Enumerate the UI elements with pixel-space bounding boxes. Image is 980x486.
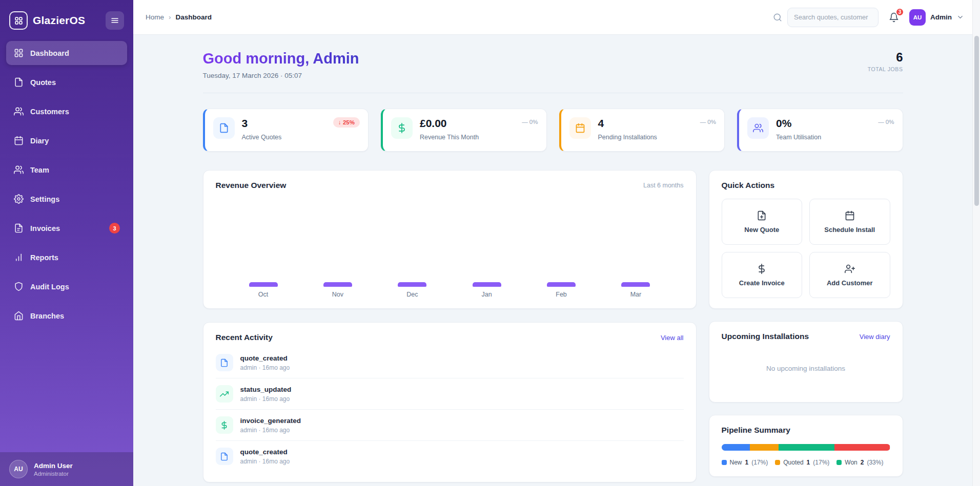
trend-badge: — 0% <box>700 119 716 125</box>
legend-label: New <box>730 459 742 466</box>
chart-tick-label: Mar <box>630 291 642 298</box>
stat-value: 0% <box>776 117 821 129</box>
chart-bar <box>323 282 352 287</box>
breadcrumb-home[interactable]: Home <box>146 13 164 21</box>
pipeline-legend: New 1 (17%) Quoted 1 (17%) <box>722 459 890 466</box>
sidebar-item-settings[interactable]: Settings <box>6 187 127 211</box>
chart-bar <box>473 282 501 287</box>
stats-row: 3 Active Quotes ↓ 25% £0.00 Revenue This… <box>203 109 903 152</box>
total-jobs-value: 6 <box>868 50 903 65</box>
chart-tick-label: Feb <box>556 291 567 298</box>
revenue-bar-chart: Oct Nov Dec <box>216 193 684 298</box>
legend-dot <box>775 460 780 465</box>
chart-bar-group: Mar <box>618 282 654 298</box>
scrollbar[interactable] <box>972 0 980 486</box>
view-all-link[interactable]: View all <box>661 334 684 342</box>
sidebar-item-label: Invoices <box>30 224 60 233</box>
legend-label: Won <box>845 459 857 466</box>
breadcrumb-chevron-icon: › <box>169 13 171 21</box>
total-jobs: 6 TOTAL JOBS <box>868 50 903 72</box>
customers-icon <box>13 107 24 117</box>
chart-bar-group: Nov <box>320 282 356 298</box>
scrollbar-thumb[interactable] <box>974 36 979 206</box>
chart-tick-label: Oct <box>258 291 268 298</box>
sidebar-toggle-button[interactable] <box>106 11 124 30</box>
page-title: Good morning, Admin <box>203 50 359 67</box>
stat-value: 3 <box>242 117 282 129</box>
chart-bar-group: Oct <box>246 282 281 298</box>
view-diary-link[interactable]: View diary <box>860 333 890 341</box>
upcoming-installations-card: Upcoming Installations View diary No upc… <box>709 321 903 403</box>
reports-icon <box>13 252 24 263</box>
sidebar-user[interactable]: AU Admin User Administrator <box>0 452 133 486</box>
empty-state-message: No upcoming installations <box>722 341 890 392</box>
app-title: GlazierOS <box>33 14 85 27</box>
sidebar-item-audit-logs[interactable]: Audit Logs <box>6 274 127 299</box>
card-title: Upcoming Installations <box>722 332 809 341</box>
sidebar: GlazierOS Dashboard Quotes Customers Dia… <box>0 0 133 486</box>
schedule-install-button[interactable]: Schedule Install <box>809 199 890 245</box>
quick-actions-card: Quick Actions New Quote Schedule Install <box>709 170 903 309</box>
topbar-actions: 3 AU Admin <box>773 8 964 27</box>
sidebar-item-team[interactable]: Team <box>6 158 127 182</box>
notifications-button[interactable]: 3 <box>887 10 901 25</box>
trend-badge: — 0% <box>878 119 894 125</box>
activity-list: quote_created admin · 16mo ago status_up… <box>216 347 684 472</box>
chart-tick-label: Dec <box>406 291 418 298</box>
sidebar-item-customers[interactable]: Customers <box>6 99 127 123</box>
pipeline-segment-quoted <box>750 444 779 451</box>
trend-badge: — 0% <box>522 119 538 125</box>
sidebar-item-reports[interactable]: Reports <box>6 245 127 269</box>
sidebar-item-label: Dashboard <box>30 49 69 57</box>
list-item[interactable]: invoice_generated admin · 16mo ago <box>216 409 684 440</box>
user-menu[interactable]: AU Admin <box>909 9 964 26</box>
legend-dot <box>836 460 842 465</box>
sidebar-item-branches[interactable]: Branches <box>6 304 127 328</box>
legend-count: 2 <box>861 459 864 466</box>
schedule-install-icon <box>845 210 855 221</box>
chart-bar-group: Jan <box>469 282 505 298</box>
list-item[interactable]: status_updated admin · 16mo ago <box>216 378 684 409</box>
quote-document-icon <box>213 117 235 139</box>
sidebar-item-label: Branches <box>30 312 64 320</box>
activity-title: quote_created <box>240 354 290 362</box>
legend-pct: (33%) <box>867 459 883 466</box>
legend-item-won: Won 2 (33%) <box>836 459 883 466</box>
chart-bar-group: Dec <box>394 282 430 298</box>
activity-title: status_updated <box>240 386 292 393</box>
search-input[interactable] <box>787 8 879 27</box>
create-invoice-button[interactable]: Create Invoice <box>722 252 803 298</box>
diary-icon <box>13 136 24 146</box>
card-title: Recent Activity <box>216 333 273 342</box>
card-title: Pipeline Summary <box>722 426 790 434</box>
activity-title: quote_created <box>240 448 290 456</box>
sidebar-item-quotes[interactable]: Quotes <box>6 70 127 94</box>
list-item[interactable]: quote_created admin · 16mo ago <box>216 440 684 472</box>
sidebar-item-diary[interactable]: Diary <box>6 129 127 153</box>
chart-tick-label: Jan <box>482 291 492 298</box>
sidebar-item-invoices[interactable]: Invoices 3 <box>6 216 127 240</box>
stat-label: Pending Installations <box>598 134 657 141</box>
create-invoice-icon <box>757 264 767 274</box>
add-customer-button[interactable]: Add Customer <box>809 252 890 298</box>
chart-bar-group: Feb <box>543 282 579 298</box>
stat-value: £0.00 <box>420 117 479 129</box>
breadcrumb-current: Dashboard <box>176 13 212 21</box>
card-title: Quick Actions <box>722 181 775 189</box>
hamburger-icon <box>110 16 119 25</box>
list-item[interactable]: quote_created admin · 16mo ago <box>216 347 684 378</box>
chart-bar <box>621 282 650 287</box>
legend-count: 1 <box>807 459 810 466</box>
sidebar-item-dashboard[interactable]: Dashboard <box>6 41 127 65</box>
search-box <box>773 8 879 27</box>
chart-tick-label: Nov <box>332 291 343 298</box>
document-icon <box>216 354 233 371</box>
legend-item-quoted: Quoted 1 (17%) <box>775 459 829 466</box>
page-header: Good morning, Admin Tuesday, 17 March 20… <box>203 50 903 93</box>
legend-pct: (17%) <box>751 459 768 466</box>
user-menu-label: Admin <box>930 13 952 21</box>
sidebar-item-label: Customers <box>30 108 69 116</box>
new-quote-button[interactable]: New Quote <box>722 199 803 245</box>
team-icon <box>13 165 24 175</box>
avatar: AU <box>909 9 926 26</box>
